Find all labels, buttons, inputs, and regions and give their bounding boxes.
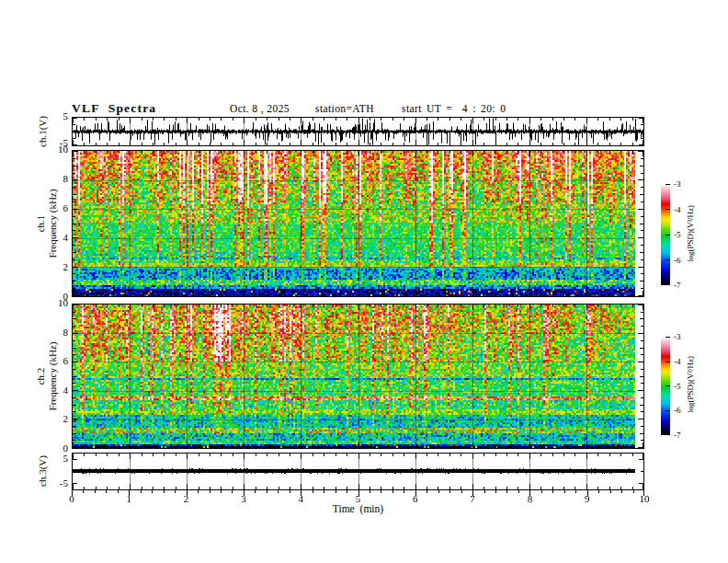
spec2-ytick-label: 4 bbox=[35, 385, 68, 396]
spec1-ytick-label: 8 bbox=[35, 173, 68, 184]
ch3-waveform-canvas bbox=[73, 454, 643, 489]
colorbar-ch2-tick-label: -4 bbox=[674, 357, 681, 366]
colorbar-ch1 bbox=[661, 184, 670, 285]
ch1-waveform-canvas bbox=[73, 118, 643, 145]
station-label: station=ATH bbox=[315, 103, 374, 114]
time-axis-tick-label: 6 bbox=[413, 493, 418, 504]
ch1-spectrogram-canvas bbox=[73, 151, 643, 296]
time-axis-tick-label: 1 bbox=[127, 493, 132, 504]
time-axis-tick-label: 3 bbox=[241, 493, 246, 504]
ch2-frequency-axis-label-line2: Frequency (kHz) bbox=[47, 326, 59, 427]
time-axis-tick-label: 5 bbox=[356, 493, 361, 504]
wave1-ytick-label: -5 bbox=[35, 137, 68, 148]
colorbar-ch1-tick-label: -5 bbox=[674, 230, 681, 239]
time-axis-tick-label: 4 bbox=[298, 493, 303, 504]
ch2-spectrogram-panel bbox=[72, 304, 644, 449]
ch2-frequency-axis-label-line1: ch.2 bbox=[35, 326, 47, 427]
colorbar-ch2-label-text: log(PSD)(V²/Hz) bbox=[686, 356, 695, 413]
wave1-ytick-label: 5 bbox=[35, 110, 68, 121]
spec1-ytick-label: 2 bbox=[35, 261, 68, 272]
colorbar-ch2-tick-label: -5 bbox=[674, 382, 681, 391]
colorbar-ch1-tick-label: -7 bbox=[674, 281, 681, 290]
ch2-spectrogram-canvas bbox=[73, 304, 643, 448]
colorbar-ch2-label: log(PSD)(V²/Hz) bbox=[686, 333, 695, 436]
spec1-ytick-label: 4 bbox=[35, 232, 68, 243]
ch1-voltage-axis-label: ch.1(V) bbox=[37, 76, 48, 187]
ch1-spectrogram-panel bbox=[72, 150, 644, 297]
colorbar-ch1-tick-label: -4 bbox=[674, 205, 681, 214]
ch3-voltage-axis-label: ch.3(V) bbox=[37, 416, 48, 526]
colorbar-ch2-tick-label: -7 bbox=[674, 431, 681, 440]
spec1-ytick-label: 6 bbox=[35, 202, 68, 213]
spec2-ytick-label: 2 bbox=[35, 413, 68, 424]
colorbar-ch2 bbox=[661, 337, 670, 435]
spec2-ytick-label: 6 bbox=[35, 355, 68, 366]
date-label: Oct. 8 , 2025 bbox=[230, 103, 290, 114]
time-axis-tick-label: 10 bbox=[640, 493, 650, 504]
spec2-ytick-label: 8 bbox=[35, 327, 68, 338]
spec2-ytick-label: 10 bbox=[35, 297, 68, 308]
colorbar-ch1-tick-label: -3 bbox=[674, 179, 681, 189]
wave3-ytick-label: 5 bbox=[35, 453, 68, 464]
figure-title: VLF Spectra bbox=[72, 101, 156, 116]
time-axis-tick-label: 7 bbox=[470, 493, 475, 504]
wave3-ytick-label: -5 bbox=[35, 477, 68, 488]
ch1-waveform-panel bbox=[72, 117, 644, 146]
time-axis-tick-label: 2 bbox=[184, 493, 189, 504]
colorbar-ch2-tick-label: -3 bbox=[674, 332, 681, 341]
colorbar-ch2-tick-label: -6 bbox=[674, 406, 681, 415]
vlf-spectra-figure: VLF Spectra Oct. 8 , 2025 station=ATH st… bbox=[0, 0, 728, 563]
ch2-frequency-axis-label: ch.2 Frequency (kHz) bbox=[35, 326, 59, 427]
ch3-waveform-panel bbox=[72, 453, 644, 490]
time-axis-tick-label: 0 bbox=[69, 493, 74, 504]
colorbar-ch1-tick-label: -6 bbox=[674, 256, 681, 265]
ch1-frequency-axis-label: ch.1 Frequency (kHz) bbox=[35, 173, 59, 274]
time-axis-title: Time (min) bbox=[72, 503, 644, 514]
time-axis-tick-label: 9 bbox=[585, 493, 590, 504]
ch1-frequency-axis-label-line1: ch.1 bbox=[35, 173, 47, 274]
ch1-frequency-axis-label-line2: Frequency (kHz) bbox=[47, 173, 59, 274]
colorbar-ch1-label: log(PSD)(V²/Hz) bbox=[686, 182, 695, 285]
start-ut-label: start UT = 4 : 20: 0 bbox=[402, 103, 506, 114]
colorbar-ch1-label-text: log(PSD)(V²/Hz) bbox=[686, 205, 695, 262]
time-axis-tick-label: 8 bbox=[528, 493, 533, 504]
